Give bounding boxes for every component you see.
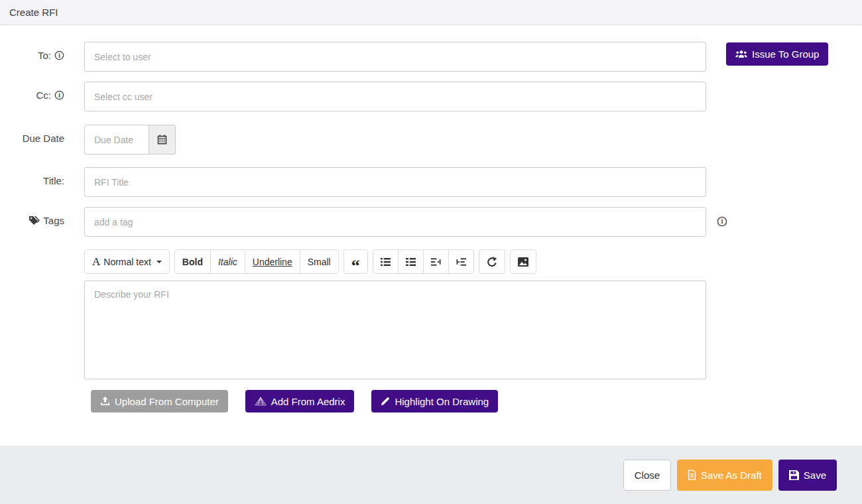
page-title: Create RFI bbox=[9, 7, 58, 18]
insert-image-button[interactable] bbox=[510, 249, 536, 274]
save-floppy-icon bbox=[789, 470, 799, 480]
save-as-draft-label: Save As Draft bbox=[701, 470, 762, 481]
pencil-icon bbox=[381, 397, 390, 406]
add-tag-input[interactable] bbox=[84, 207, 706, 237]
due-date-label-group: Due Date bbox=[0, 125, 84, 144]
tags-row: Tags i bbox=[0, 207, 862, 237]
caret-down-icon bbox=[156, 261, 162, 263]
redo-group bbox=[479, 249, 505, 274]
outdent-button[interactable] bbox=[423, 249, 449, 274]
indent-icon bbox=[456, 257, 466, 267]
due-date-group bbox=[84, 125, 176, 155]
outdent-icon bbox=[431, 257, 441, 267]
upload-from-computer-button[interactable]: Upload From Computer bbox=[91, 390, 228, 412]
calendar-addon-button[interactable] bbox=[149, 125, 176, 155]
due-date-row: Due Date bbox=[0, 125, 862, 155]
style-group: A Normal text bbox=[84, 249, 170, 274]
cc-label: Cc: bbox=[36, 90, 52, 101]
ordered-list-icon bbox=[406, 257, 416, 267]
image-group bbox=[510, 249, 536, 274]
ordered-list-button[interactable] bbox=[398, 249, 424, 274]
info-icon[interactable]: i bbox=[54, 90, 64, 100]
to-user-input[interactable] bbox=[84, 42, 706, 72]
redo-icon bbox=[487, 257, 497, 267]
info-icon[interactable]: i bbox=[717, 216, 727, 227]
unordered-list-button[interactable] bbox=[373, 249, 399, 274]
issue-to-group-button[interactable]: Issue To Group bbox=[726, 42, 828, 66]
aedrix-logo-icon bbox=[255, 397, 267, 406]
title-label: Title: bbox=[43, 175, 64, 186]
calendar-icon bbox=[157, 135, 167, 145]
modal-header: Create RFI bbox=[0, 0, 862, 25]
document-icon bbox=[688, 470, 696, 480]
issue-to-group-label: Issue To Group bbox=[752, 48, 819, 60]
text-style-label: Normal text bbox=[103, 257, 151, 267]
font-style-icon: A bbox=[92, 256, 100, 267]
cc-row: Cc: i bbox=[0, 82, 862, 111]
upload-from-computer-label: Upload From Computer bbox=[115, 396, 219, 407]
cc-label-group: Cc: i bbox=[0, 82, 84, 101]
small-button[interactable]: Small bbox=[300, 249, 339, 274]
save-as-draft-button[interactable]: Save As Draft bbox=[677, 460, 772, 491]
redo-button[interactable] bbox=[479, 249, 505, 274]
due-date-input[interactable] bbox=[84, 125, 149, 155]
cc-user-input[interactable] bbox=[84, 82, 706, 111]
italic-button[interactable]: Italic bbox=[210, 249, 245, 274]
highlight-on-drawing-button[interactable]: Highlight On Drawing bbox=[371, 390, 498, 412]
title-label-group: Title: bbox=[0, 167, 84, 186]
tags-icon bbox=[29, 216, 40, 225]
format-group: Bold Italic Underline Small bbox=[174, 249, 339, 274]
bold-button[interactable]: Bold bbox=[174, 249, 211, 274]
add-from-aedrix-label: Add From Aedrix bbox=[271, 396, 345, 407]
add-from-aedrix-button[interactable]: Add From Aedrix bbox=[245, 390, 355, 412]
upload-icon bbox=[100, 397, 110, 406]
highlight-on-drawing-label: Highlight On Drawing bbox=[395, 396, 489, 407]
title-row: Title: bbox=[0, 167, 862, 197]
image-icon bbox=[518, 257, 528, 267]
to-row: To: i Issue To Group bbox=[0, 42, 862, 72]
underline-button[interactable]: Underline bbox=[245, 249, 300, 274]
save-button[interactable]: Save bbox=[778, 460, 837, 491]
svg-text:i: i bbox=[58, 52, 60, 59]
tags-label-group: Tags bbox=[0, 207, 84, 226]
users-group-icon bbox=[735, 50, 747, 58]
rfi-description-editor[interactable] bbox=[84, 281, 706, 379]
create-rfi-modal: Create RFI To: i Issue To Group Cc: bbox=[0, 0, 862, 504]
due-date-label: Due Date bbox=[23, 133, 64, 144]
close-button[interactable]: Close bbox=[623, 460, 671, 491]
text-style-dropdown[interactable]: A Normal text bbox=[84, 249, 170, 274]
tags-label: Tags bbox=[43, 215, 64, 226]
info-icon[interactable]: i bbox=[54, 50, 64, 60]
editor-toolbar: A Normal text Bold Italic Underline Smal… bbox=[84, 249, 862, 274]
rfi-title-input[interactable] bbox=[84, 167, 706, 197]
svg-text:i: i bbox=[58, 92, 60, 99]
blockquote-button[interactable]: “ bbox=[343, 249, 368, 274]
blockquote-icon: “ bbox=[351, 263, 360, 269]
save-label: Save bbox=[804, 470, 826, 481]
quote-group: “ bbox=[343, 249, 368, 274]
to-label-group: To: i bbox=[0, 42, 84, 61]
modal-footer: Close Save As Draft Save bbox=[0, 446, 862, 504]
rfi-form: To: i Issue To Group Cc: i bbox=[0, 25, 862, 412]
to-label: To: bbox=[38, 50, 51, 61]
unordered-list-icon bbox=[381, 257, 391, 267]
indent-button[interactable] bbox=[448, 249, 474, 274]
list-group bbox=[373, 249, 474, 274]
svg-text:i: i bbox=[721, 218, 723, 225]
attachment-actions: Upload From Computer Add From Aedrix Hig… bbox=[91, 390, 862, 412]
